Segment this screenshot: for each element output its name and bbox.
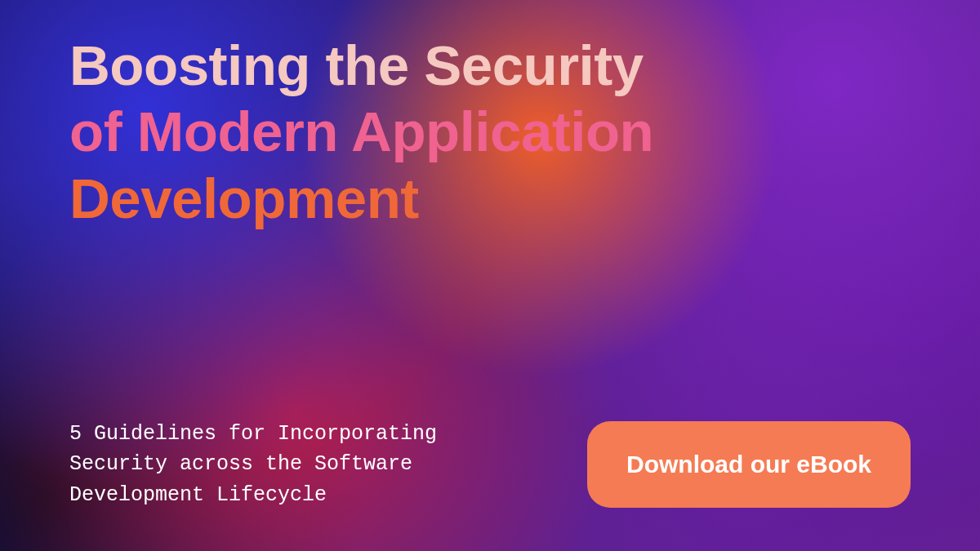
headline-line-2: of Modern Application [69,100,653,163]
bottom-row: 5 Guidelines for Incorporating Security … [69,419,911,511]
main-headline: Boosting the Security of Modern Applicat… [69,33,911,232]
download-ebook-button[interactable]: Download our eBook [587,421,911,508]
headline-line-1: Boosting the Security [69,34,644,97]
subheading-text: 5 Guidelines for Incorporating Security … [69,419,494,511]
content-wrapper: Boosting the Security of Modern Applicat… [0,0,980,551]
headline-line-3: Development [69,167,419,230]
